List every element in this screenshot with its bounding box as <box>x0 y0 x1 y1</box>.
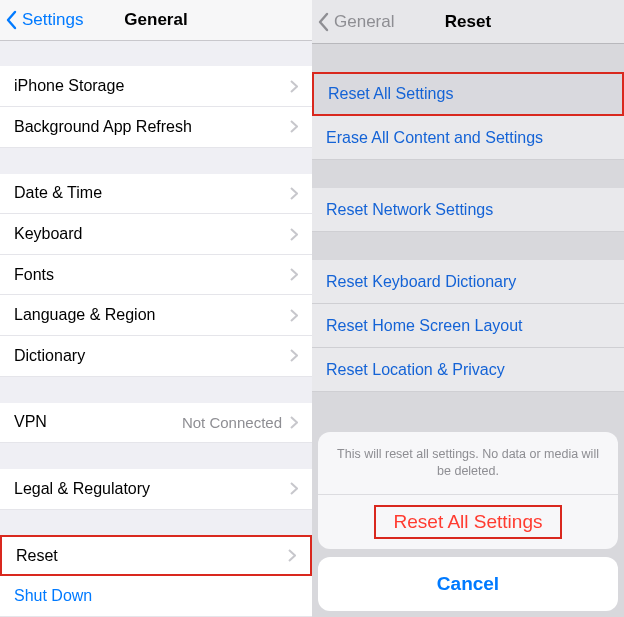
chevron-right-icon <box>290 228 298 241</box>
row-shut-down[interactable]: Shut Down <box>0 576 312 617</box>
row-dictionary[interactable]: Dictionary <box>0 336 312 377</box>
chevron-right-icon <box>290 416 298 429</box>
chevron-left-icon <box>6 10 18 30</box>
general-settings-pane: Settings General iPhone Storage Backgrou… <box>0 0 312 617</box>
chevron-right-icon <box>290 268 298 281</box>
row-keyboard[interactable]: Keyboard <box>0 214 312 255</box>
row-vpn[interactable]: VPN Not Connected <box>0 403 312 444</box>
row-reset-keyboard-dictionary[interactable]: Reset Keyboard Dictionary <box>312 260 624 304</box>
cancel-label: Cancel <box>437 573 499 595</box>
row-label: Reset Keyboard Dictionary <box>326 273 610 291</box>
row-background-app-refresh[interactable]: Background App Refresh <box>0 107 312 148</box>
row-reset-home-screen[interactable]: Reset Home Screen Layout <box>312 304 624 348</box>
navbar-general: Settings General <box>0 0 312 41</box>
row-label: iPhone Storage <box>14 77 290 95</box>
row-date-time[interactable]: Date & Time <box>0 174 312 215</box>
row-label: Keyboard <box>14 225 290 243</box>
back-label: Settings <box>22 10 83 30</box>
row-reset[interactable]: Reset <box>0 535 312 576</box>
chevron-right-icon <box>290 482 298 495</box>
row-label: Legal & Regulatory <box>14 480 290 498</box>
chevron-right-icon <box>290 309 298 322</box>
row-label: Fonts <box>14 266 290 284</box>
chevron-right-icon <box>290 120 298 133</box>
action-sheet: This will reset all settings. No data or… <box>318 432 618 611</box>
row-reset-location-privacy[interactable]: Reset Location & Privacy <box>312 348 624 392</box>
row-reset-all-settings[interactable]: Reset All Settings <box>312 72 624 116</box>
row-label: VPN <box>14 413 182 431</box>
destructive-label: Reset All Settings <box>374 505 563 539</box>
action-sheet-message: This will reset all settings. No data or… <box>318 432 618 495</box>
row-iphone-storage[interactable]: iPhone Storage <box>0 66 312 107</box>
back-to-general[interactable]: General <box>312 12 394 32</box>
row-language-region[interactable]: Language & Region <box>0 295 312 336</box>
action-sheet-panel: This will reset all settings. No data or… <box>318 432 618 549</box>
chevron-right-icon <box>290 80 298 93</box>
chevron-left-icon <box>318 12 330 32</box>
chevron-right-icon <box>290 349 298 362</box>
action-sheet-cancel[interactable]: Cancel <box>318 557 618 611</box>
row-label: Reset <box>16 547 288 565</box>
row-label: Reset All Settings <box>328 85 608 103</box>
navbar-reset: General Reset <box>312 0 624 44</box>
row-label: Reset Home Screen Layout <box>326 317 610 335</box>
row-label: Language & Region <box>14 306 290 324</box>
row-erase-all-content[interactable]: Erase All Content and Settings <box>312 116 624 160</box>
action-sheet-destructive[interactable]: Reset All Settings <box>318 495 618 549</box>
row-label: Date & Time <box>14 184 290 202</box>
row-value: Not Connected <box>182 414 282 431</box>
reset-settings-pane: General Reset Reset All Settings Erase A… <box>312 0 624 617</box>
row-reset-network[interactable]: Reset Network Settings <box>312 188 624 232</box>
row-label: Shut Down <box>14 587 298 605</box>
row-label: Reset Location & Privacy <box>326 361 610 379</box>
row-label: Dictionary <box>14 347 290 365</box>
row-label: Erase All Content and Settings <box>326 129 610 147</box>
back-to-settings[interactable]: Settings <box>0 10 83 30</box>
chevron-right-icon <box>290 187 298 200</box>
row-legal-regulatory[interactable]: Legal & Regulatory <box>0 469 312 510</box>
row-label: Background App Refresh <box>14 118 290 136</box>
back-label: General <box>334 12 394 32</box>
row-fonts[interactable]: Fonts <box>0 255 312 296</box>
row-label: Reset Network Settings <box>326 201 610 219</box>
chevron-right-icon <box>288 549 296 562</box>
